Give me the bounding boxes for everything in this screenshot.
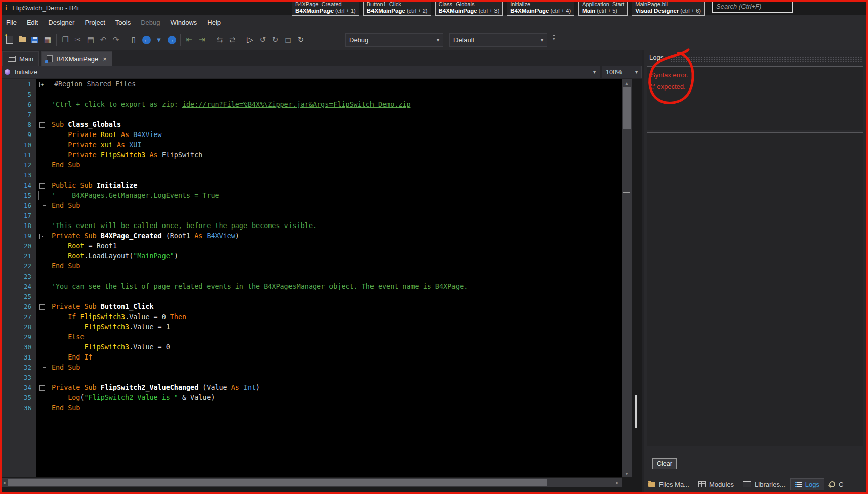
- outdent-icon[interactable]: ⇤: [184, 34, 195, 46]
- bottom-tab-label: Libraries...: [755, 481, 786, 488]
- code-editor[interactable]: 1+#Region Shared Files56'Ctrl + click to…: [0, 79, 632, 477]
- menu-designer[interactable]: Designer: [43, 15, 79, 30]
- navigate-forward-icon[interactable]: →: [166, 34, 177, 46]
- code-line[interactable]: 31 End If: [0, 352, 632, 363]
- code-line[interactable]: 1+#Region Shared Files: [0, 79, 632, 89]
- panel-drag-handle[interactable]: [670, 56, 863, 62]
- package-icon[interactable]: ▦: [42, 34, 53, 46]
- menu-windows[interactable]: Windows: [166, 15, 202, 30]
- quick-jump-sub-label: Application_Start: [582, 1, 624, 8]
- code-line[interactable]: 10 Private xui As XUI: [0, 140, 632, 150]
- bottom-tab-c[interactable]: C: [824, 478, 848, 490]
- vertical-scrollbar[interactable]: ▴ ▾: [622, 79, 632, 477]
- menu-project[interactable]: Project: [79, 15, 110, 30]
- code-line[interactable]: 15' B4XPages.GetManager.LogEvents = True: [0, 191, 632, 201]
- build-configuration-dropdown[interactable]: Debug ▾: [345, 33, 443, 47]
- redo-icon[interactable]: ↷: [110, 34, 121, 46]
- code-line[interactable]: 11 Private FlipSwitch3 As FlipSwitch: [0, 150, 632, 160]
- scroll-right-icon[interactable]: ▸: [613, 478, 622, 487]
- horizontal-scrollbar[interactable]: ◂ ▸: [0, 478, 622, 487]
- indent-icon[interactable]: ⇥: [196, 34, 208, 46]
- quick-jump-mainpage.bil[interactable]: MainPage.bilVisual Designer (ctrl + 6): [632, 0, 705, 16]
- code-line[interactable]: 30 FlipSwitch3.Value = 0: [0, 342, 632, 352]
- code-line[interactable]: 18'This event will be called once, befor…: [0, 221, 632, 231]
- code-line[interactable]: 33: [0, 373, 632, 383]
- restart-icon[interactable]: ↻: [295, 34, 306, 46]
- code-line[interactable]: 16End Sub: [0, 201, 632, 211]
- paste-icon[interactable]: ▤: [85, 34, 96, 46]
- pane-splitter[interactable]: [635, 395, 637, 428]
- next-module-icon[interactable]: ⇄: [227, 34, 238, 46]
- code-line[interactable]: 6'Ctrl + click to export as zip: ide://r…: [0, 100, 632, 110]
- code-line[interactable]: 29 Else: [0, 332, 632, 342]
- code-line[interactable]: 26-Private Sub Button1_Click: [0, 302, 632, 312]
- cut-icon[interactable]: ✂: [72, 34, 84, 46]
- copy-icon[interactable]: ❐: [60, 34, 71, 46]
- scroll-down-icon[interactable]: ▾: [622, 471, 632, 476]
- quick-jump-initialize[interactable]: InitializeB4XMainPage (ctrl + 4): [507, 0, 574, 16]
- search-input[interactable]: [712, 0, 793, 13]
- expand-region-icon[interactable]: +: [39, 82, 45, 87]
- bottom-tab-logs[interactable]: Logs: [790, 478, 824, 490]
- resume-icon[interactable]: ↺: [257, 34, 268, 46]
- clear-logs-button[interactable]: Clear: [652, 458, 677, 469]
- bottom-tab-modules[interactable]: Modules: [694, 478, 738, 490]
- code-line[interactable]: 35 Log("FlipSwitch2 Value is " & Value): [0, 393, 632, 403]
- code-line[interactable]: 32End Sub: [0, 363, 632, 373]
- close-icon[interactable]: ×: [103, 55, 107, 63]
- new-project-icon[interactable]: [4, 34, 15, 46]
- toolbar-overflow-icon[interactable]: ▾: [553, 35, 555, 41]
- quick-jump-button1_click[interactable]: Button1_ClickB4XMainPage (ctrl + 2): [363, 0, 431, 16]
- menu-help[interactable]: Help: [202, 15, 226, 30]
- code-line[interactable]: 24'You can see the list of page related …: [0, 282, 632, 292]
- open-project-icon[interactable]: [17, 34, 28, 46]
- code-line[interactable]: 20 Root = Root1: [0, 241, 632, 251]
- bottom-tab-libraries-[interactable]: Libraries...: [738, 478, 790, 490]
- stop-icon[interactable]: □: [282, 34, 294, 46]
- code-line[interactable]: 13: [0, 170, 632, 181]
- scroll-left-icon[interactable]: ◂: [0, 478, 8, 487]
- tab-main[interactable]: Main: [2, 51, 39, 66]
- vertical-scrollbar-thumb[interactable]: [623, 87, 631, 129]
- navigate-back-icon[interactable]: ←: [141, 34, 152, 46]
- code-line[interactable]: 21 Root.LoadLayout("MainPage"): [0, 251, 632, 261]
- log-output-area[interactable]: Syntax error.';' expected.: [647, 66, 863, 130]
- code-line[interactable]: 14-Public Sub Initialize: [0, 181, 632, 191]
- code-line[interactable]: 34-Private Sub FlipSwitch2_ValueChanged …: [0, 383, 632, 393]
- quick-jump-b4xpage_created[interactable]: B4XPage_CreatedB4XMainPage (ctrl + 1): [292, 0, 359, 16]
- code-line[interactable]: 9 Private Root As B4XView: [0, 130, 632, 140]
- code-line[interactable]: 28 FlipSwitch3.Value = 1: [0, 322, 632, 332]
- code-line[interactable]: 22End Sub: [0, 261, 632, 272]
- code-line[interactable]: 12End Sub: [0, 160, 632, 170]
- code-text: [49, 211, 632, 221]
- code-line[interactable]: 17: [0, 211, 632, 221]
- code-line[interactable]: 27 If FlipSwitch3.Value = 0 Then: [0, 312, 632, 322]
- code-line[interactable]: 7: [0, 110, 632, 120]
- menu-file[interactable]: File: [1, 15, 22, 30]
- horizontal-scrollbar-thumb[interactable]: [8, 479, 547, 486]
- back-history-caret-icon[interactable]: ▾: [153, 34, 164, 46]
- bottom-tab-files-ma-[interactable]: Files Ma...: [644, 478, 694, 490]
- save-icon[interactable]: [29, 34, 40, 46]
- line-number: 18: [0, 221, 36, 231]
- scroll-up-icon[interactable]: ▴: [622, 80, 632, 86]
- editor-zoom-dropdown[interactable]: 100% ▾: [602, 66, 642, 78]
- code-line[interactable]: 5: [0, 89, 632, 100]
- tab-b4xmainpage[interactable]: B4XMainPage×: [41, 51, 112, 66]
- menu-edit[interactable]: Edit: [22, 15, 43, 30]
- step-icon[interactable]: ↻: [270, 34, 281, 46]
- quick-jump-class_globals[interactable]: Class_GlobalsB4XMainPage (ctrl + 3): [435, 0, 503, 16]
- bookmark-icon[interactable]: ▯: [128, 34, 139, 46]
- run-icon[interactable]: ▷: [244, 34, 256, 46]
- current-sub-dropdown[interactable]: Initialize ▾: [0, 66, 600, 78]
- code-line[interactable]: 36End Sub: [0, 403, 632, 413]
- quick-jump-application_start[interactable]: Application_StartMain (ctrl + 5): [578, 0, 628, 16]
- previous-module-icon[interactable]: ⇆: [214, 34, 225, 46]
- menu-tools[interactable]: Tools: [110, 15, 136, 30]
- code-line[interactable]: 25: [0, 292, 632, 302]
- code-line[interactable]: 8-Sub Class_Globals: [0, 120, 632, 130]
- code-line[interactable]: 19-Private Sub B4XPage_Created (Root1 As…: [0, 231, 632, 241]
- conditional-symbols-dropdown[interactable]: Default ▾: [449, 33, 547, 47]
- undo-icon[interactable]: ↶: [98, 34, 109, 46]
- code-line[interactable]: 23: [0, 272, 632, 282]
